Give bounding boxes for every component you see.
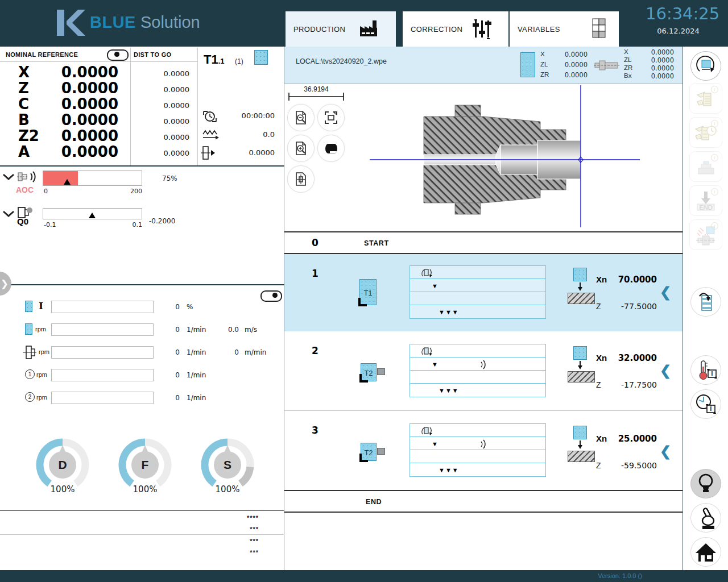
step-row-2[interactable]: 2 T2 ▼ ▼▼▼: [284, 331, 682, 410]
step-row-start[interactable]: 0 START: [284, 231, 682, 254]
home-icon: [694, 541, 718, 563]
cylinder-view-button[interactable]: [317, 135, 345, 162]
jump-to-step-button[interactable]: [690, 287, 721, 317]
goto-end-button[interactable]: i END: [689, 185, 722, 216]
axis-header-underline: [0, 61, 197, 62]
step-row-1[interactable]: 1 T1 ▼ ▼▼▼ X: [284, 254, 682, 331]
wear-icon: [202, 128, 219, 141]
axis-divider-1: [130, 48, 131, 165]
k-logo-icon: [57, 10, 85, 36]
measure-button[interactable]: i: [689, 83, 722, 114]
offset-label: X: [624, 48, 628, 55]
active-tool-icon: [254, 50, 268, 65]
manual-gesture-button[interactable]: [690, 503, 721, 533]
step-collapse-chevron[interactable]: ❮: [660, 443, 671, 459]
part-button[interactable]: i: [689, 151, 722, 182]
cspindle-override-input[interactable]: [51, 346, 154, 359]
timed-cycle-button[interactable]: I: [690, 389, 721, 419]
step-number: 2: [312, 345, 318, 356]
plunge-icon: [564, 268, 598, 315]
chevron-down-icon[interactable]: [2, 210, 15, 217]
offset-value: 0.0000: [549, 71, 588, 79]
step-op-table[interactable]: ▼ ▼▼▼: [410, 344, 546, 397]
workpiece-drawing: 36.9194: [284, 84, 682, 231]
offset-label: ZL: [624, 56, 631, 63]
light-button[interactable]: [690, 469, 721, 498]
axis-letter: B: [18, 111, 30, 128]
aoc-slider-fill: [43, 171, 78, 185]
tab-variables[interactable]: VARIABLES: [510, 11, 619, 47]
gauge-f[interactable]: F 100%: [118, 436, 172, 494]
offset-value: 0.0000: [634, 64, 674, 72]
status-row: ***: [171, 526, 259, 533]
step-op-table[interactable]: ▼ ▼▼▼: [410, 265, 546, 319]
offset-value: 0.0000: [634, 56, 674, 64]
tab-correction[interactable]: CORRECTION: [403, 11, 508, 47]
motor2-prefix: rpm: [36, 394, 47, 401]
fit-view-button[interactable]: [317, 104, 345, 131]
step-row-3[interactable]: 3 T2 ▼ ▼▼▼: [284, 410, 682, 490]
spindle-prefix: rpm: [35, 326, 46, 332]
tool-cycle-button[interactable]: [690, 51, 721, 81]
tool-offset-value: 0.0000: [225, 148, 275, 157]
chevron-down-icon[interactable]: [2, 173, 15, 180]
offset-label: ZL: [540, 61, 548, 68]
center-view-button[interactable]: [287, 165, 315, 193]
motor1-override-input[interactable]: [51, 369, 154, 381]
tab-production[interactable]: PRODUCTION: [286, 11, 396, 47]
q0-slider[interactable]: [43, 208, 142, 219]
zoom-in-page-icon: [293, 140, 309, 156]
gauge-d[interactable]: D 100%: [35, 436, 90, 494]
down-arrow-icon: [576, 440, 585, 450]
spindle-axis-icon: [25, 323, 32, 335]
plunge-icon: [564, 346, 598, 394]
motor2-override-input[interactable]: [51, 392, 154, 404]
nominal-reference-header: NOMINAL REFERENCE: [6, 51, 78, 58]
axis-nominal: 0.0000: [51, 111, 118, 128]
step-row-end[interactable]: END: [284, 490, 682, 513]
zoom-out-page-icon: [293, 110, 309, 126]
feed-unit: %: [187, 303, 193, 311]
step-number: 3: [312, 425, 318, 436]
axis-nominal: 0.0000: [51, 80, 118, 97]
status-bar: Version: 1.0.0 (): [0, 570, 728, 582]
hand-pointer-icon: [694, 505, 718, 530]
zoom-in-page-button[interactable]: [287, 135, 315, 162]
reference-toggle[interactable]: [107, 49, 129, 61]
step-collapse-chevron[interactable]: ❮: [660, 363, 671, 379]
axis-dtg: 0.0000: [136, 117, 189, 126]
gauge-s[interactable]: S 100%: [200, 436, 255, 494]
aoc-slider-marker[interactable]: [64, 179, 71, 185]
gauge-f-percent: 100%: [118, 484, 172, 494]
tool-time-value: 00:00:00: [225, 111, 275, 120]
end-icon-label: END: [699, 204, 712, 211]
tool-holder-tail: [377, 448, 385, 455]
warmup-cycle-button[interactable]: I: [690, 355, 721, 385]
gauge-d-letter: D: [35, 458, 90, 472]
feed-override-input[interactable]: [51, 301, 154, 313]
step-start-label: START: [364, 239, 389, 247]
q0-slider-marker[interactable]: [89, 213, 96, 218]
z-value: -59.5000: [609, 461, 657, 470]
tab-variables-label: VARIABLES: [518, 25, 560, 34]
variables-grid-icon: [592, 18, 607, 40]
step-op-table[interactable]: ▼ ▼▼▼: [410, 423, 546, 477]
aoc-min: 0: [44, 188, 48, 195]
program-file-name: LOCAL:\tvs20240920_2.wpe: [296, 57, 387, 65]
override-toggle-knob: [272, 293, 278, 298]
override-toggle[interactable]: [260, 290, 282, 302]
axis-divider-2: [197, 48, 198, 165]
spindle-override-input[interactable]: [51, 323, 154, 336]
vibration-monitor-button[interactable]: i: [689, 219, 722, 250]
home-button[interactable]: [690, 537, 721, 567]
step-collapse-chevron[interactable]: ❮: [660, 284, 671, 300]
timed-measure-button[interactable]: i: [689, 117, 722, 148]
bulb-icon: [694, 472, 717, 496]
axis-letter: Z: [18, 80, 29, 97]
zoom-out-page-button[interactable]: [287, 104, 315, 131]
triple-marker: ▼▼▼: [439, 467, 459, 473]
cycle-timer-icon: [202, 109, 218, 124]
axis-dtg: 0.0000: [136, 149, 189, 157]
gauge-s-letter: S: [200, 458, 255, 472]
aoc-slider[interactable]: [43, 171, 142, 186]
